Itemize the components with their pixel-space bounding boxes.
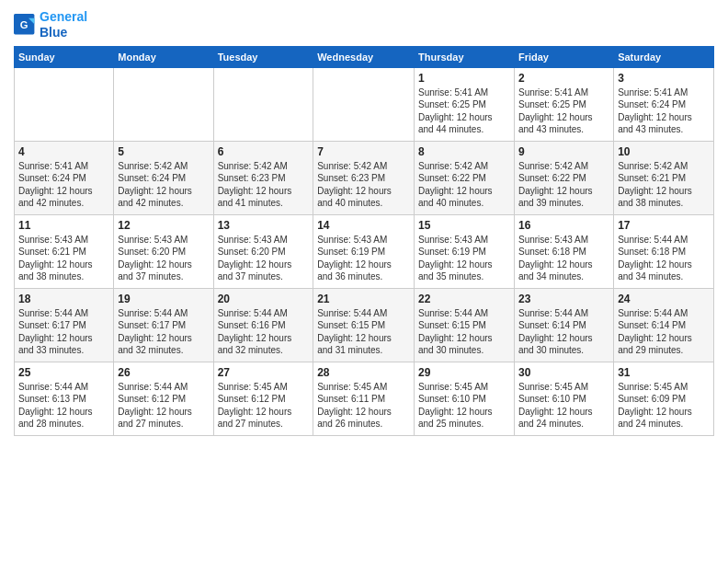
- calendar-week-2: 4Sunrise: 5:41 AM Sunset: 6:24 PM Daylig…: [15, 141, 714, 214]
- day-info: Sunrise: 5:44 AM Sunset: 6:12 PM Dayligh…: [118, 381, 209, 431]
- calendar-week-5: 25Sunrise: 5:44 AM Sunset: 6:13 PM Dayli…: [15, 362, 714, 435]
- logo-icon: G: [14, 14, 36, 36]
- calendar-cell: 11Sunrise: 5:43 AM Sunset: 6:21 PM Dayli…: [15, 214, 114, 288]
- weekday-wednesday: Wednesday: [313, 46, 415, 67]
- calendar-cell: 13Sunrise: 5:43 AM Sunset: 6:20 PM Dayli…: [213, 214, 313, 288]
- weekday-sunday: Sunday: [15, 46, 114, 67]
- day-number: 20: [218, 293, 310, 305]
- day-info: Sunrise: 5:43 AM Sunset: 6:19 PM Dayligh…: [418, 234, 510, 283]
- day-info: Sunrise: 5:44 AM Sunset: 6:15 PM Dayligh…: [317, 307, 410, 357]
- day-number: 29: [418, 366, 510, 379]
- day-info: Sunrise: 5:42 AM Sunset: 6:22 PM Dayligh…: [418, 160, 510, 210]
- day-info: Sunrise: 5:41 AM Sunset: 6:25 PM Dayligh…: [418, 86, 510, 136]
- day-info: Sunrise: 5:43 AM Sunset: 6:19 PM Dayligh…: [317, 234, 410, 283]
- day-number: 1: [418, 72, 510, 85]
- day-info: Sunrise: 5:42 AM Sunset: 6:24 PM Dayligh…: [118, 160, 209, 210]
- calendar-cell: 14Sunrise: 5:43 AM Sunset: 6:19 PM Dayli…: [313, 214, 415, 288]
- calendar-cell: [213, 67, 313, 141]
- day-info: Sunrise: 5:44 AM Sunset: 6:16 PM Dayligh…: [218, 307, 310, 357]
- day-info: Sunrise: 5:42 AM Sunset: 6:21 PM Dayligh…: [618, 160, 710, 210]
- day-number: 12: [118, 219, 209, 232]
- day-number: 7: [317, 145, 410, 158]
- day-info: Sunrise: 5:43 AM Sunset: 6:18 PM Dayligh…: [518, 234, 609, 283]
- day-info: Sunrise: 5:45 AM Sunset: 6:09 PM Dayligh…: [618, 381, 710, 431]
- calendar-cell: [15, 67, 114, 141]
- day-number: 24: [618, 293, 710, 305]
- day-info: Sunrise: 5:45 AM Sunset: 6:10 PM Dayligh…: [518, 381, 609, 431]
- calendar-cell: 10Sunrise: 5:42 AM Sunset: 6:21 PM Dayli…: [614, 141, 714, 214]
- calendar-cell: 26Sunrise: 5:44 AM Sunset: 6:12 PM Dayli…: [114, 362, 213, 435]
- day-number: 16: [518, 219, 609, 232]
- calendar-cell: 1Sunrise: 5:41 AM Sunset: 6:25 PM Daylig…: [415, 67, 515, 141]
- day-number: 19: [118, 293, 209, 305]
- day-number: 13: [218, 219, 310, 232]
- day-info: Sunrise: 5:45 AM Sunset: 6:12 PM Dayligh…: [218, 381, 310, 431]
- day-number: 27: [218, 366, 310, 379]
- day-number: 10: [618, 145, 710, 158]
- calendar-cell: 7Sunrise: 5:42 AM Sunset: 6:23 PM Daylig…: [313, 141, 415, 214]
- day-info: Sunrise: 5:43 AM Sunset: 6:21 PM Dayligh…: [18, 234, 109, 283]
- calendar-cell: 17Sunrise: 5:44 AM Sunset: 6:18 PM Dayli…: [614, 214, 714, 288]
- calendar-cell: 25Sunrise: 5:44 AM Sunset: 6:13 PM Dayli…: [15, 362, 114, 435]
- calendar-cell: 24Sunrise: 5:44 AM Sunset: 6:14 PM Dayli…: [614, 288, 714, 362]
- calendar-cell: 9Sunrise: 5:42 AM Sunset: 6:22 PM Daylig…: [514, 141, 613, 214]
- weekday-friday: Friday: [514, 46, 613, 67]
- calendar-cell: 28Sunrise: 5:45 AM Sunset: 6:11 PM Dayli…: [313, 362, 415, 435]
- weekday-monday: Monday: [114, 46, 213, 67]
- day-info: Sunrise: 5:44 AM Sunset: 6:13 PM Dayligh…: [18, 381, 109, 431]
- day-info: Sunrise: 5:44 AM Sunset: 6:15 PM Dayligh…: [418, 307, 510, 357]
- logo-text: General Blue: [40, 9, 87, 40]
- day-number: 14: [317, 219, 410, 232]
- day-info: Sunrise: 5:41 AM Sunset: 6:25 PM Dayligh…: [518, 86, 609, 136]
- day-info: Sunrise: 5:42 AM Sunset: 6:23 PM Dayligh…: [218, 160, 310, 210]
- day-number: 21: [317, 293, 410, 305]
- day-info: Sunrise: 5:41 AM Sunset: 6:24 PM Dayligh…: [618, 86, 710, 136]
- calendar-cell: 22Sunrise: 5:44 AM Sunset: 6:15 PM Dayli…: [415, 288, 515, 362]
- calendar-cell: 18Sunrise: 5:44 AM Sunset: 6:17 PM Dayli…: [15, 288, 114, 362]
- calendar-cell: [313, 67, 415, 141]
- header: G General Blue: [14, 9, 714, 40]
- day-number: 5: [118, 145, 209, 158]
- day-info: Sunrise: 5:43 AM Sunset: 6:20 PM Dayligh…: [218, 234, 310, 283]
- calendar-cell: 5Sunrise: 5:42 AM Sunset: 6:24 PM Daylig…: [114, 141, 213, 214]
- day-number: 8: [418, 145, 510, 158]
- calendar-cell: [114, 67, 213, 141]
- day-info: Sunrise: 5:44 AM Sunset: 6:18 PM Dayligh…: [618, 234, 710, 283]
- weekday-header-row: SundayMondayTuesdayWednesdayThursdayFrid…: [15, 46, 714, 67]
- day-info: Sunrise: 5:45 AM Sunset: 6:11 PM Dayligh…: [317, 381, 410, 431]
- calendar-cell: 19Sunrise: 5:44 AM Sunset: 6:17 PM Dayli…: [114, 288, 213, 362]
- day-number: 17: [618, 219, 710, 232]
- weekday-thursday: Thursday: [415, 46, 515, 67]
- day-info: Sunrise: 5:41 AM Sunset: 6:24 PM Dayligh…: [18, 160, 109, 210]
- calendar-cell: 31Sunrise: 5:45 AM Sunset: 6:09 PM Dayli…: [614, 362, 714, 435]
- day-info: Sunrise: 5:42 AM Sunset: 6:23 PM Dayligh…: [317, 160, 410, 210]
- day-number: 6: [218, 145, 310, 158]
- svg-text:G: G: [20, 19, 28, 30]
- main-container: G General Blue SundayMondayTuesdayWednes…: [0, 0, 728, 445]
- day-number: 4: [18, 145, 109, 158]
- day-number: 25: [18, 366, 109, 379]
- calendar-cell: 23Sunrise: 5:44 AM Sunset: 6:14 PM Dayli…: [514, 288, 613, 362]
- day-number: 22: [418, 293, 510, 305]
- day-number: 26: [118, 366, 209, 379]
- weekday-saturday: Saturday: [614, 46, 714, 67]
- day-info: Sunrise: 5:44 AM Sunset: 6:14 PM Dayligh…: [518, 307, 609, 357]
- calendar-table: SundayMondayTuesdayWednesdayThursdayFrid…: [14, 46, 714, 436]
- day-number: 3: [618, 72, 710, 85]
- calendar-cell: 2Sunrise: 5:41 AM Sunset: 6:25 PM Daylig…: [514, 67, 613, 141]
- weekday-tuesday: Tuesday: [213, 46, 313, 67]
- day-number: 31: [618, 366, 710, 379]
- day-number: 18: [18, 293, 109, 305]
- calendar-week-4: 18Sunrise: 5:44 AM Sunset: 6:17 PM Dayli…: [15, 288, 714, 362]
- calendar-cell: 6Sunrise: 5:42 AM Sunset: 6:23 PM Daylig…: [213, 141, 313, 214]
- calendar-cell: 3Sunrise: 5:41 AM Sunset: 6:24 PM Daylig…: [614, 67, 714, 141]
- day-number: 9: [518, 145, 609, 158]
- calendar-week-1: 1Sunrise: 5:41 AM Sunset: 6:25 PM Daylig…: [15, 67, 714, 141]
- calendar-cell: 27Sunrise: 5:45 AM Sunset: 6:12 PM Dayli…: [213, 362, 313, 435]
- calendar-cell: 8Sunrise: 5:42 AM Sunset: 6:22 PM Daylig…: [415, 141, 515, 214]
- day-info: Sunrise: 5:44 AM Sunset: 6:14 PM Dayligh…: [618, 307, 710, 357]
- calendar-cell: 21Sunrise: 5:44 AM Sunset: 6:15 PM Dayli…: [313, 288, 415, 362]
- calendar-cell: 30Sunrise: 5:45 AM Sunset: 6:10 PM Dayli…: [514, 362, 613, 435]
- calendar-cell: 29Sunrise: 5:45 AM Sunset: 6:10 PM Dayli…: [415, 362, 515, 435]
- calendar-cell: 20Sunrise: 5:44 AM Sunset: 6:16 PM Dayli…: [213, 288, 313, 362]
